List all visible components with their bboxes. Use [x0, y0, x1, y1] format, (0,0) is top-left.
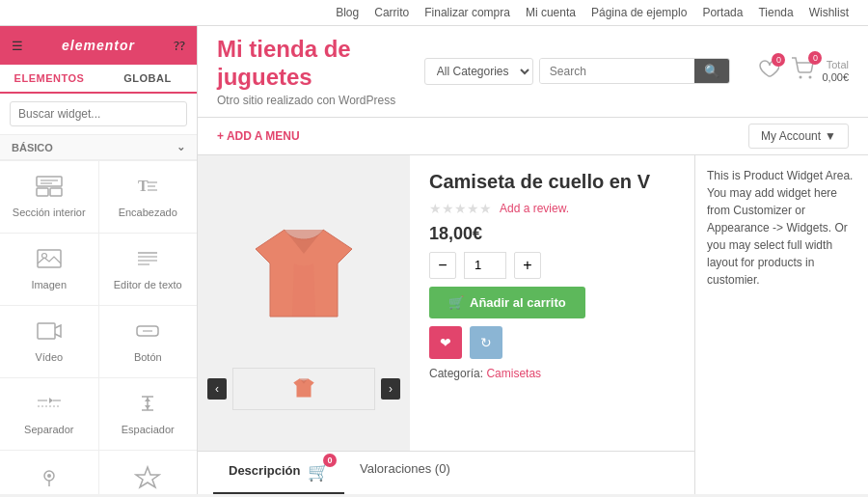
cart-add-icon: 🛒: [448, 295, 464, 310]
search-button[interactable]: 🔍: [694, 59, 729, 83]
add-review-link[interactable]: Add a review.: [500, 202, 569, 215]
share-button[interactable]: ↻: [470, 326, 502, 359]
star-icon: [134, 465, 161, 494]
svg-text:T: T: [138, 178, 149, 194]
widget-sidebar: This is Product Widget Area. You may add…: [694, 155, 868, 494]
nav-blog[interactable]: Blog: [336, 6, 359, 19]
widget-separador-label: Separador: [24, 424, 73, 435]
svg-point-35: [800, 76, 802, 79]
nav-pagina[interactable]: Página de ejemplo: [591, 6, 687, 19]
sidebar-tabs: ELEMENTOS GLOBAL: [0, 65, 197, 94]
spacer-icon: [134, 393, 161, 418]
search-input-wrap: 🔍: [539, 58, 730, 84]
wishlist-badge: 0: [772, 53, 785, 67]
product-category: Categoría: Camisetas: [429, 367, 675, 380]
top-nav: Blog Carrito Finalizar compra Mi cuenta …: [0, 0, 868, 26]
add-to-cart-button[interactable]: 🛒 Añadir al carrito: [429, 287, 585, 318]
store-header: Mi tienda de juguetes Otro sitio realiza…: [198, 26, 868, 118]
nav-carrito[interactable]: Carrito: [374, 6, 409, 19]
category-link[interactable]: Camisetas: [486, 367, 541, 380]
tab-descripcion[interactable]: Descripción 🛒 0: [213, 452, 344, 494]
widget-boton[interactable]: Botón: [99, 306, 198, 377]
add-menu-button[interactable]: + ADD A MENU: [217, 129, 300, 143]
grid-icon[interactable]: ⁇: [174, 39, 185, 53]
widget-espaciador[interactable]: Espaciador: [99, 378, 198, 450]
widget-google-maps[interactable]: Google Maps: [0, 451, 98, 494]
qty-input[interactable]: [464, 252, 506, 279]
widget-encabezado[interactable]: T Encabezado: [99, 161, 198, 233]
thumbnail-strip: ‹ ›: [207, 368, 400, 410]
widget-icono[interactable]: Icono: [99, 451, 198, 494]
maps-icon: [36, 467, 63, 492]
tab-valoraciones[interactable]: Valoraciones (0): [344, 452, 466, 494]
qty-minus-button[interactable]: −: [429, 252, 456, 279]
product-detail: ‹ › Camiseta de cuello en: [198, 155, 694, 494]
elementor-sidebar: ☰ elementor ⁇ ELEMENTOS GLOBAL BÁSICO ⌄: [0, 26, 198, 494]
elementor-header: ☰ elementor ⁇: [0, 26, 197, 65]
star-rating: ★★★★★: [429, 201, 492, 216]
image-icon: [36, 248, 63, 273]
product-area: ‹ › Camiseta de cuello en: [198, 155, 868, 494]
widget-seccion-interior[interactable]: Sección interior: [0, 161, 98, 233]
widget-boton-label: Botón: [134, 351, 162, 363]
svg-point-28: [47, 474, 51, 478]
tab-elementos[interactable]: ELEMENTOS: [0, 65, 98, 94]
prev-thumb-button[interactable]: ‹: [207, 378, 227, 400]
tab-global[interactable]: GLOBAL: [98, 65, 197, 92]
product-tabs: Descripción 🛒 0 Valoraciones (0): [198, 451, 694, 494]
widget-area-text: This is Product Widget Area. You may add…: [707, 167, 856, 289]
widget-separador[interactable]: Separador: [0, 378, 98, 450]
widget-editor-texto[interactable]: Editor de texto: [99, 234, 198, 305]
search-input[interactable]: [10, 101, 187, 126]
action-icons: ❤ ↻: [429, 326, 675, 359]
store-subtitle: Otro sitio realizado con WordPress: [217, 94, 395, 107]
video-icon: [36, 320, 63, 345]
search-input-store[interactable]: [540, 59, 694, 83]
store-title-block: Mi tienda de juguetes Otro sitio realiza…: [217, 36, 395, 107]
qty-row: − +: [429, 252, 675, 279]
cart-wrap: 0 Total 0,00€: [791, 57, 849, 85]
product-info: Camiseta de cuello en V ★★★★★ Add a revi…: [410, 155, 694, 451]
svg-point-36: [809, 76, 812, 79]
separator-icon: [36, 393, 63, 418]
elementor-logo: elementor: [62, 38, 135, 53]
widget-imagen[interactable]: Imagen: [0, 234, 98, 305]
section-icon: [36, 176, 63, 201]
nav-finalizar[interactable]: Finalizar compra: [424, 6, 510, 19]
thumbnail-image[interactable]: [232, 368, 375, 410]
svg-marker-25: [145, 398, 150, 401]
nav-portada[interactable]: Portada: [702, 6, 743, 19]
floating-cart-icon: 🛒 0: [308, 461, 329, 483]
svg-rect-9: [38, 250, 61, 267]
wishlist-add-button[interactable]: ❤: [429, 326, 462, 359]
chevron-basico-icon: ⌄: [176, 141, 185, 153]
nav-micuenta[interactable]: Mi cuenta: [526, 6, 576, 19]
qty-plus-button[interactable]: +: [514, 252, 541, 279]
next-thumb-button[interactable]: ›: [381, 378, 400, 400]
cart-icon-wrap[interactable]: 0: [791, 57, 816, 85]
product-image-main: [222, 196, 386, 360]
main-wrapper: ☰ elementor ⁇ ELEMENTOS GLOBAL BÁSICO ⌄: [0, 26, 868, 494]
category-select[interactable]: All Categories: [424, 58, 533, 85]
store-title: Mi tienda de juguetes: [217, 36, 395, 92]
nav-tienda[interactable]: Tienda: [758, 6, 793, 19]
product-image-svg: [236, 210, 371, 345]
svg-rect-3: [37, 188, 48, 196]
cart-badge: 0: [808, 51, 822, 65]
widget-seccion-interior-label: Sección interior: [13, 207, 86, 218]
widget-espaciador-label: Espaciador: [122, 424, 175, 435]
product-name: Camiseta de cuello en V: [429, 171, 675, 193]
chevron-down-icon: ▼: [825, 129, 836, 143]
wishlist-icon-wrap[interactable]: 0: [758, 59, 779, 83]
my-account-button[interactable]: My Account ▼: [748, 124, 849, 149]
widget-encabezado-label: Encabezado: [119, 207, 177, 218]
text-icon: [134, 248, 161, 273]
svg-rect-4: [50, 188, 62, 196]
widget-video[interactable]: Vídeo: [0, 306, 98, 377]
hamburger-icon[interactable]: ☰: [12, 39, 23, 53]
heading-icon: T: [134, 176, 161, 201]
content-area: Mi tienda de juguetes Otro sitio realiza…: [198, 26, 868, 494]
widget-grid: BÁSICO ⌄ Sección interior: [0, 135, 197, 494]
nav-wishlist[interactable]: Wishlist: [809, 6, 849, 19]
category-basico: BÁSICO ⌄: [0, 135, 197, 160]
